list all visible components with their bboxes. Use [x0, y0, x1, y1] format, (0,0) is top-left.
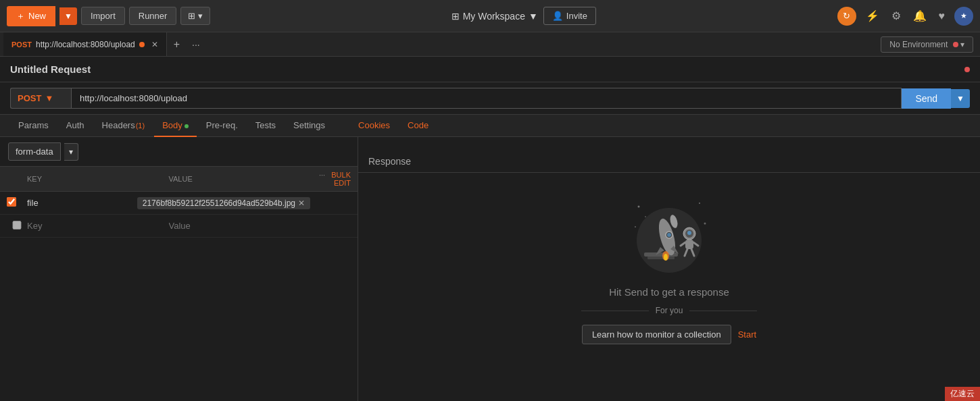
method-select[interactable]: POST ▼	[10, 88, 71, 109]
svg-point-23	[645, 216, 646, 217]
tab-settings[interactable]: Settings	[285, 115, 333, 137]
row-key: file	[27, 198, 137, 208]
invite-icon: 👤	[552, 11, 563, 21]
hit-send-text: Hit Send to get a response	[609, 286, 729, 298]
tab-prereq[interactable]: Pre-req.	[198, 115, 246, 137]
right-divider	[689, 311, 757, 311]
svg-point-20	[699, 203, 700, 204]
workspace-label: My Workspace	[463, 11, 525, 22]
headers-label: Headers	[102, 120, 135, 130]
request-title: Untitled Request	[10, 63, 91, 75]
table-row: file 2176bf8b59212f2551266d94ad529b4b.jp…	[0, 192, 358, 215]
new-button[interactable]: ＋ New	[7, 6, 55, 26]
runner-button[interactable]: Runner	[129, 7, 177, 25]
svg-point-21	[635, 226, 636, 228]
form-data-panel: form-data ▾ KEY VALUE ··· Bulk Edit	[0, 137, 358, 401]
row-checkbox-col	[7, 197, 27, 209]
for-you-divider: For you	[581, 306, 757, 315]
avatar[interactable]: ★	[954, 7, 973, 26]
layout-icon: ⊞ ▾	[188, 11, 203, 21]
env-indicator	[953, 42, 958, 47]
tab-cookies[interactable]: Cookies	[350, 115, 398, 137]
env-label: No Environment	[889, 40, 948, 49]
start-button[interactable]: Start	[738, 329, 756, 340]
settings-icon[interactable]: ⚙	[889, 7, 904, 25]
tab-body[interactable]: Body	[154, 115, 197, 137]
tab-code[interactable]: Code	[399, 115, 437, 137]
request-title-bar: Untitled Request	[0, 57, 980, 82]
actions-icon: ···	[319, 171, 325, 179]
send-dropdown-button[interactable]: ▼	[951, 89, 970, 108]
for-you-label: For you	[656, 306, 683, 315]
monitor-row: Learn how to monitor a collection Start	[582, 325, 756, 344]
response-tab-label: Response	[368, 156, 411, 167]
svg-rect-14	[685, 240, 693, 249]
bulk-edit-button[interactable]: Bulk Edit	[331, 171, 351, 187]
response-tab-header: Response	[358, 151, 980, 173]
response-panel: Response	[358, 137, 980, 401]
body-active-dot	[185, 124, 189, 128]
tab-more-button[interactable]: ···	[187, 32, 205, 56]
value-input[interactable]	[169, 221, 311, 231]
row-checkbox[interactable]	[7, 197, 16, 207]
body-type-select[interactable]: form-data	[8, 142, 61, 161]
request-tabs: Params Auth Headers(1) Body Pre-req. Tes…	[0, 115, 980, 137]
file-name: 2176bf8b59212f2551266d94ad529b4b.jpg	[143, 198, 295, 208]
tab-add-button[interactable]: +	[167, 32, 187, 56]
placeholder-check-col	[7, 221, 27, 232]
layout-button[interactable]: ⊞ ▾	[180, 7, 210, 25]
toolbar-right: ↻ ⚡ ⚙ 🔔 ♥ ★	[837, 7, 974, 26]
file-remove-button[interactable]: ✕	[298, 198, 305, 208]
tab-url: http://localhost:8080/upload	[36, 40, 135, 49]
body-type-dropdown[interactable]: ▾	[64, 143, 78, 161]
bell-icon[interactable]: 🔔	[910, 7, 929, 25]
sync-button[interactable]: ↻	[837, 7, 856, 26]
invite-button[interactable]: 👤 Invite	[543, 7, 596, 25]
body-label: Body	[162, 120, 182, 130]
heart-icon[interactable]: ♥	[936, 7, 948, 25]
col-actions-header[interactable]: ··· Bulk Edit	[310, 171, 351, 187]
placeholder-checkbox[interactable]	[7, 221, 27, 230]
new-dropdown-button[interactable]: ▼	[59, 7, 77, 25]
tab-bar: POST http://localhost:8080/upload ✕ + ··…	[0, 32, 980, 57]
top-toolbar: ＋ New ▼ Import Runner ⊞ ▾ ⊞ My Workspace…	[0, 0, 980, 32]
send-button[interactable]: Send	[902, 88, 951, 109]
method-label: POST	[18, 93, 41, 103]
lightning-icon[interactable]: ⚡	[863, 7, 882, 25]
row-value: 2176bf8b59212f2551266d94ad529b4b.jpg ✕	[137, 197, 310, 209]
tab-close-icon[interactable]: ✕	[151, 40, 158, 49]
monitor-collection-link[interactable]: Learn how to monitor a collection	[582, 325, 731, 344]
response-illustration: Hit Send to get a response For you Learn…	[581, 173, 757, 344]
main-content: Untitled Request POST ▼ Send ▼ Params Au…	[0, 57, 980, 401]
env-dropdown-icon: ▾	[960, 40, 964, 49]
import-button[interactable]: Import	[81, 7, 125, 25]
rocket-illustration	[625, 193, 713, 274]
placeholder-key-col[interactable]	[27, 221, 169, 231]
tab-params[interactable]: Params	[10, 115, 57, 137]
svg-point-22	[704, 223, 706, 225]
tab-tests[interactable]: Tests	[247, 115, 284, 137]
tab-modified-dot	[139, 42, 145, 47]
tab-headers[interactable]: Headers(1)	[94, 115, 153, 137]
tab-auth[interactable]: Auth	[58, 115, 93, 137]
form-placeholder-row	[0, 215, 358, 238]
unsaved-indicator	[964, 67, 970, 72]
placeholder-value-col[interactable]	[169, 221, 311, 231]
svg-point-19	[638, 206, 640, 208]
toolbar-center: ⊞ My Workspace ▼ 👤 Invite	[214, 7, 833, 25]
url-input[interactable]	[71, 88, 902, 109]
svg-point-13	[687, 231, 691, 235]
url-bar: POST ▼ Send ▼	[0, 82, 980, 115]
environment-selector[interactable]: No Environment ▾	[881, 36, 973, 53]
workspace-selector[interactable]: ⊞ My Workspace ▼	[451, 11, 538, 22]
watermark: 亿速云	[945, 387, 980, 401]
tab-method: POST	[11, 41, 32, 49]
request-tab[interactable]: POST http://localhost:8080/upload ✕	[3, 32, 167, 56]
method-dropdown-icon: ▼	[45, 93, 53, 103]
left-divider	[581, 311, 649, 311]
form-data-toolbar: form-data ▾	[0, 137, 358, 167]
key-input[interactable]	[27, 221, 169, 231]
col-key-header: KEY	[27, 175, 169, 183]
file-chip: 2176bf8b59212f2551266d94ad529b4b.jpg ✕	[137, 197, 310, 209]
body-panel: form-data ▾ KEY VALUE ··· Bulk Edit	[0, 137, 980, 401]
